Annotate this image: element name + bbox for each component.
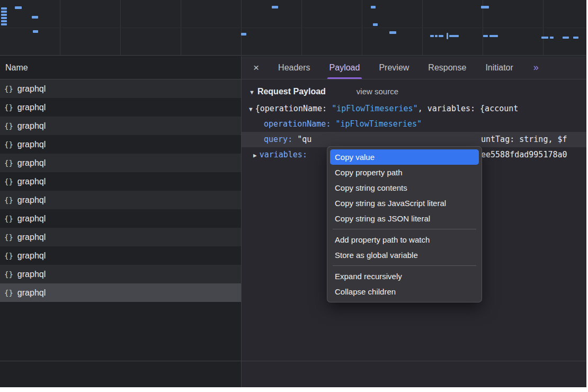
request-row[interactable]: {}graphql bbox=[0, 265, 241, 283]
menu-item-expand-recursively[interactable]: Expand recursively bbox=[330, 269, 479, 284]
json-icon: {} bbox=[4, 233, 13, 242]
waterfall-bar bbox=[439, 35, 443, 37]
json-icon: {} bbox=[4, 289, 13, 297]
waterfall-bar bbox=[272, 6, 278, 8]
menu-item-collapse-children[interactable]: Collapse children bbox=[330, 284, 479, 299]
request-name: graphql bbox=[17, 177, 46, 186]
json-icon: {} bbox=[4, 122, 13, 130]
waterfall-bar bbox=[430, 35, 434, 37]
request-name: graphql bbox=[17, 158, 46, 168]
request-row[interactable]: {}graphql bbox=[0, 228, 241, 246]
name-column-header[interactable]: Name bbox=[0, 56, 241, 79]
request-row[interactable]: {}graphql bbox=[0, 246, 241, 265]
variables-string-tail: ee5588fdad995178a0 bbox=[481, 147, 567, 163]
tab-initiator[interactable]: Initiator bbox=[485, 56, 513, 79]
json-icon: {} bbox=[4, 103, 13, 112]
menu-separator bbox=[333, 229, 476, 229]
waterfall-bar bbox=[483, 35, 488, 37]
request-row[interactable]: {}graphql bbox=[0, 79, 241, 98]
waterfall-bar bbox=[15, 6, 22, 9]
waterfall-bar bbox=[1, 14, 7, 16]
json-icon: {} bbox=[4, 196, 13, 204]
request-name: graphql bbox=[17, 270, 46, 279]
request-row[interactable]: {}graphql bbox=[0, 98, 241, 117]
tab-preview[interactable]: Preview bbox=[379, 56, 409, 79]
json-icon: {} bbox=[4, 215, 13, 223]
request-name: graphql bbox=[17, 84, 46, 94]
close-icon[interactable]: × bbox=[253, 62, 259, 74]
request-name: graphql bbox=[17, 233, 46, 242]
json-icon: {} bbox=[4, 159, 13, 167]
waterfall-bar bbox=[33, 30, 38, 33]
query-string-tail: untTag: string, $f bbox=[481, 132, 567, 147]
waterfall-bar bbox=[371, 6, 376, 8]
waterfall-bar bbox=[563, 37, 569, 39]
name-column-label: Name bbox=[5, 63, 28, 73]
request-row[interactable]: {}graphql bbox=[0, 117, 241, 135]
tab-response[interactable]: Response bbox=[428, 56, 466, 79]
context-menu: Copy value Copy property path Copy strin… bbox=[327, 146, 482, 302]
payload-row-query[interactable]: query: "qu untTag: string, $f bbox=[242, 132, 586, 147]
more-tabs-icon[interactable]: » bbox=[533, 62, 539, 73]
menu-item-copy-string-js-literal[interactable]: Copy string as JavaScript literal bbox=[330, 195, 479, 211]
request-row[interactable]: {}graphql bbox=[0, 154, 241, 172]
json-icon: {} bbox=[4, 177, 13, 186]
disclosure-open-icon[interactable]: ▼ bbox=[249, 106, 253, 113]
request-list: {}graphql {}graphql {}graphql {}graphql … bbox=[0, 79, 241, 302]
menu-item-add-property-path-to-watch[interactable]: Add property path to watch bbox=[330, 232, 479, 247]
summary-divider bbox=[0, 361, 586, 361]
network-overview[interactable] bbox=[0, 0, 586, 56]
page-background: Name {}graphql {}graphql {}graphql {}gra… bbox=[0, 0, 588, 392]
waterfall-bar bbox=[389, 31, 396, 34]
request-name: graphql bbox=[17, 195, 46, 205]
payload-row-operationname[interactable]: operationName: "ipFlowTimeseries" bbox=[242, 117, 586, 132]
request-row[interactable]: {}graphql bbox=[0, 172, 241, 191]
waterfall-bar bbox=[449, 35, 459, 37]
waterfall-bar bbox=[481, 6, 489, 8]
waterfall-bar bbox=[1, 11, 7, 13]
waterfall-bar bbox=[1, 23, 7, 25]
request-row[interactable]: {}graphql bbox=[0, 135, 241, 154]
menu-item-copy-string-json-literal[interactable]: Copy string as JSON literal bbox=[330, 211, 479, 226]
waterfall-bar bbox=[447, 33, 448, 39]
devtools-window: Name {}graphql {}graphql {}graphql {}gra… bbox=[0, 0, 586, 387]
waterfall-bar bbox=[573, 37, 578, 39]
detail-tab-bar: × Headers Payload Preview Response Initi… bbox=[242, 56, 586, 79]
request-payload-header: ▼ Request Payload view source bbox=[242, 87, 586, 96]
disclosure-closed-icon[interactable]: ▶ bbox=[253, 152, 257, 159]
waterfall-bar bbox=[32, 16, 38, 19]
request-row[interactable]: {}graphql bbox=[0, 209, 241, 228]
waterfall-bar bbox=[241, 33, 246, 35]
menu-separator bbox=[333, 265, 476, 266]
request-row[interactable]: {}graphql bbox=[0, 191, 241, 209]
request-name: graphql bbox=[17, 251, 46, 261]
menu-item-copy-string-contents[interactable]: Copy string contents bbox=[330, 180, 479, 195]
menu-item-copy-value[interactable]: Copy value bbox=[330, 149, 479, 165]
tab-payload[interactable]: Payload bbox=[329, 56, 360, 79]
waterfall-bar bbox=[489, 35, 498, 37]
request-row-selected[interactable]: {}graphql bbox=[0, 283, 241, 302]
waterfall-bar bbox=[1, 7, 7, 10]
menu-item-store-as-global-variable[interactable]: Store as global variable bbox=[330, 247, 479, 263]
waterfall-bar bbox=[1, 17, 7, 19]
network-main-split: Name {}graphql {}graphql {}graphql {}gra… bbox=[0, 56, 586, 387]
waterfall-bar bbox=[550, 37, 554, 39]
json-icon: {} bbox=[4, 85, 13, 93]
request-name: graphql bbox=[17, 288, 46, 298]
request-name: graphql bbox=[17, 140, 46, 149]
disclosure-open-icon[interactable]: ▼ bbox=[249, 89, 255, 95]
request-list-panel: Name {}graphql {}graphql {}graphql {}gra… bbox=[0, 56, 242, 387]
tab-headers[interactable]: Headers bbox=[278, 56, 310, 79]
menu-item-copy-property-path[interactable]: Copy property path bbox=[330, 165, 479, 180]
waterfall-bar bbox=[435, 35, 438, 37]
json-icon: {} bbox=[4, 140, 13, 149]
waterfall-bar bbox=[1, 20, 7, 22]
section-title: Request Payload bbox=[257, 87, 326, 96]
waterfall-bar bbox=[541, 37, 548, 39]
view-source-link[interactable]: view source bbox=[357, 87, 398, 96]
json-icon: {} bbox=[4, 252, 13, 260]
waterfall-bar bbox=[373, 23, 378, 26]
request-name: graphql bbox=[17, 121, 46, 131]
payload-preview-line[interactable]: ▼{operationName: "ipFlowTimeseries", var… bbox=[242, 101, 586, 117]
json-icon: {} bbox=[4, 270, 13, 279]
